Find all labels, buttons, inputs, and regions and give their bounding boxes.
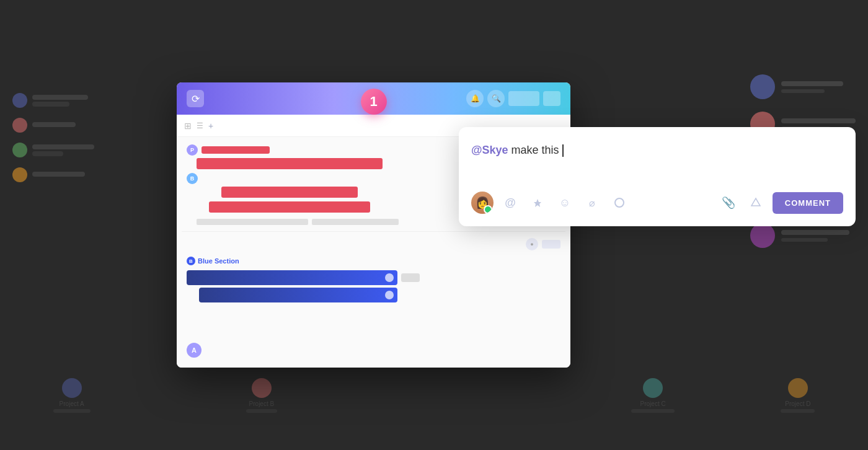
app-logo[interactable]: ⟳ xyxy=(187,90,204,107)
notification-badge: 1 xyxy=(361,89,387,115)
search-icon[interactable]: 🔍 xyxy=(487,90,505,107)
bg-bottom-decoration: Project A Project B Project C Project D xyxy=(0,378,868,413)
blue-task-row-1 xyxy=(182,270,565,285)
blue-bullet: B xyxy=(187,173,198,184)
controls-row: ● xyxy=(182,238,565,250)
comment-text-area: @Skye make this xyxy=(471,142,843,179)
mention-text: @Skye xyxy=(471,144,508,156)
red-bar-long-1 xyxy=(197,158,383,169)
section-divider xyxy=(182,231,565,232)
comment-popup: @Skye make this 👩 @ ☺ ⌀ 📎 xyxy=(459,127,856,226)
comment-toolbar: 👩 @ ☺ ⌀ 📎 COMMENT xyxy=(471,192,843,214)
gray-line-2 xyxy=(312,219,399,225)
bg-left-decoration xyxy=(12,93,94,192)
text-cursor xyxy=(562,144,564,157)
comment-submit-button[interactable]: COMMENT xyxy=(773,192,843,214)
bottom-avatar: A xyxy=(187,343,202,358)
bell-icon[interactable]: 🔔 xyxy=(466,90,484,107)
header-rect-2[interactable] xyxy=(543,91,560,106)
drive-button[interactable] xyxy=(745,192,766,213)
clickup-button[interactable] xyxy=(527,192,548,213)
purple-bullet: P xyxy=(187,144,198,156)
add-task-icon[interactable]: + xyxy=(208,121,213,131)
app-header: ⟳ 1 🔔 🔍 xyxy=(177,82,570,115)
blue-section-header: B Blue Section xyxy=(182,257,565,265)
commenter-avatar: 👩 xyxy=(471,192,494,214)
red-bar-med2 xyxy=(209,201,370,213)
emoji-button[interactable]: ☺ xyxy=(554,192,575,213)
attach-button[interactable]: 📎 xyxy=(718,192,739,213)
mention-button[interactable]: @ xyxy=(500,192,521,213)
comment-body-text: make this xyxy=(508,144,562,156)
blue-task-row-2 xyxy=(182,288,565,302)
header-rect-1[interactable] xyxy=(508,91,539,106)
red-bar-medium xyxy=(221,187,358,198)
grid-view-icon[interactable]: ⊞ xyxy=(184,121,192,131)
circle-button[interactable] xyxy=(609,192,630,213)
blue-bar-2 xyxy=(199,288,397,302)
logo-icon: ⟳ xyxy=(192,93,200,105)
slash-button[interactable]: ⌀ xyxy=(582,192,603,213)
svg-marker-0 xyxy=(751,198,760,206)
list-view-icon[interactable]: ☰ xyxy=(197,121,203,130)
gray-line-1 xyxy=(197,219,308,225)
red-bar-short xyxy=(202,146,270,154)
header-icons: 🔔 🔍 xyxy=(466,90,560,107)
blue-bar-1 xyxy=(187,270,397,285)
